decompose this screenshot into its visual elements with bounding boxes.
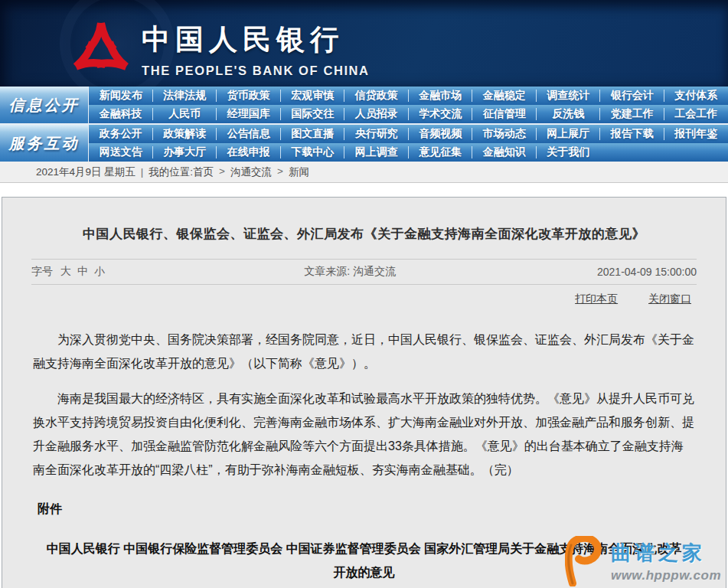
quputijia-logo-icon	[565, 536, 605, 586]
watermark-site-name: 曲谱之家	[611, 540, 721, 567]
nav-item[interactable]: 宏观审慎	[281, 87, 345, 105]
nav-item[interactable]: 图文直播	[281, 125, 345, 143]
font-size-option[interactable]: 大	[60, 265, 71, 277]
print-page-link[interactable]: 打印本页	[575, 292, 618, 305]
article-panel: 中国人民银行、银保监会、证监会、外汇局发布《关于金融支持海南全面深化改革开放的意…	[2, 197, 726, 588]
nav-item[interactable]: 关于我们	[537, 143, 601, 162]
nav-item[interactable]: 调查统计	[537, 87, 601, 105]
nav-band: 服务互动政务公开政策解读公告信息图文直播央行研究音频视频市场动态网上展厅报告下载…	[0, 125, 728, 162]
nav-item[interactable]: 货币政策	[217, 87, 281, 105]
nav-item[interactable]: 银行会计	[600, 87, 664, 105]
article-meta-bar: 字号 大中小 文章来源: 沟通交流 2021-04-09 15:00:00	[31, 259, 697, 285]
main-navigation: 信息公开新闻发布法律法规货币政策宏观审慎信贷政策金融市场金融稳定调查统计银行会计…	[0, 87, 728, 162]
nav-empty-cell	[600, 143, 664, 162]
breadcrumb-path: >沟通交流>新闻	[219, 165, 315, 179]
nav-item[interactable]: 金融稳定	[472, 87, 537, 105]
nav-item[interactable]: 工会工作	[664, 105, 728, 123]
nav-cells: 政务公开政策解读公告信息图文直播央行研究音频视频市场动态网上展厅报告下载报刊年鉴…	[88, 125, 728, 162]
nav-item[interactable]: 办事大厅	[153, 143, 217, 162]
nav-item[interactable]: 金融科技	[89, 105, 153, 123]
nav-band: 信息公开新闻发布法律法规货币政策宏观审慎信贷政策金融市场金融稳定调查统计银行会计…	[0, 87, 728, 123]
nav-item[interactable]: 公告信息	[217, 125, 281, 143]
nav-item[interactable]: 市场动态	[472, 125, 537, 143]
nav-section-label[interactable]: 服务互动	[0, 125, 88, 162]
nav-item[interactable]: 国际交往	[281, 105, 345, 123]
breadcrumb: 2021年4月9日 星期五 | 我的位置:首页 >沟通交流>新闻	[0, 162, 728, 183]
nav-item[interactable]: 经理国库	[217, 105, 281, 123]
nav-item[interactable]: 反洗钱	[537, 105, 601, 123]
nav-item[interactable]: 新闻发布	[89, 87, 153, 105]
bank-logo[interactable]: 中国人民银行 THE PEOPLE'S BANK OF CHINA	[71, 17, 370, 81]
nav-item[interactable]: 报告下载	[600, 125, 664, 143]
org-name-cn: 中国人民银行	[142, 21, 370, 59]
location-prefix: 我的位置:首页	[149, 165, 214, 179]
nav-item[interactable]: 在线申报	[217, 143, 281, 162]
font-size-label: 字号	[31, 265, 53, 279]
nav-item[interactable]: 网上展厅	[537, 125, 601, 143]
article-paragraph: 海南是我国最大的经济特区，具有实施全面深化改革和试验最高水平开放政策的独特优势。…	[33, 387, 695, 482]
breadcrumb-separator: >	[219, 165, 225, 179]
nav-item[interactable]: 法律法规	[153, 87, 217, 105]
breadcrumb-separator: >	[277, 165, 283, 179]
site-watermark: 曲谱之家 www.hpppw.com	[565, 536, 721, 586]
breadcrumb-divider: |	[141, 166, 144, 178]
font-size-option[interactable]: 中	[77, 265, 88, 277]
article-source: 文章来源: 沟通交流	[304, 265, 396, 279]
article-paragraph: 为深入贯彻党中央、国务院决策部署，经国务院同意，近日，中国人民银行、银保监会、证…	[33, 328, 695, 375]
nav-section-label[interactable]: 信息公开	[0, 87, 88, 123]
nav-item[interactable]: 人民币	[153, 105, 217, 123]
nav-item[interactable]: 征信管理	[472, 105, 537, 123]
breadcrumb-link[interactable]: 新闻	[289, 165, 309, 179]
breadcrumb-link[interactable]: 沟通交流	[230, 165, 272, 179]
nav-cells: 新闻发布法律法规货币政策宏观审慎信贷政策金融市场金融稳定调查统计银行会计支付体系…	[88, 87, 728, 123]
org-name-en: THE PEOPLE'S BANK OF CHINA	[142, 64, 370, 78]
page-gap	[0, 183, 728, 197]
nav-item[interactable]: 下载中心	[281, 143, 345, 162]
nav-item[interactable]: 网送文告	[89, 143, 153, 162]
nav-item[interactable]: 政策解读	[153, 125, 217, 143]
nav-item[interactable]: 政务公开	[89, 125, 153, 143]
article-datetime: 2021-04-09 15:00:00	[597, 266, 697, 278]
nav-item[interactable]: 党建工作	[600, 105, 664, 123]
font-size-option[interactable]: 小	[94, 265, 105, 277]
site-header: 中国人民银行 THE PEOPLE'S BANK OF CHINA	[0, 0, 728, 87]
nav-item[interactable]: 音频视频	[409, 125, 473, 143]
font-size-options: 大中小	[60, 265, 111, 279]
nav-item[interactable]: 金融知识	[472, 143, 537, 162]
nav-item[interactable]: 网上调查	[344, 143, 409, 162]
nav-item[interactable]: 意见征集	[409, 143, 473, 162]
nav-item[interactable]: 信贷政策	[344, 87, 409, 105]
article-body: 为深入贯彻党中央、国务院决策部署，经国务院同意，近日，中国人民银行、银保监会、证…	[33, 328, 695, 482]
page-actions: 打印本页 关闭窗口	[37, 292, 691, 306]
nav-item[interactable]: 央行研究	[344, 125, 409, 143]
pboc-emblem-icon	[71, 17, 131, 81]
attachment-heading: 附件	[38, 501, 726, 518]
watermark-site-url: www.hpppw.com	[611, 568, 721, 583]
current-date: 2021年4月9日 星期五	[36, 165, 135, 179]
nav-item[interactable]: 报刊年鉴	[664, 125, 728, 143]
article-title: 中国人民银行、银保监会、证监会、外汇局发布《关于金融支持海南全面深化改革开放的意…	[33, 225, 695, 243]
close-window-link[interactable]: 关闭窗口	[648, 292, 691, 305]
nav-item[interactable]: 人员招录	[344, 105, 409, 123]
nav-empty-cell	[664, 143, 728, 162]
nav-item[interactable]: 支付体系	[664, 87, 728, 105]
nav-item[interactable]: 金融市场	[409, 87, 473, 105]
nav-item[interactable]: 学术交流	[409, 105, 473, 123]
